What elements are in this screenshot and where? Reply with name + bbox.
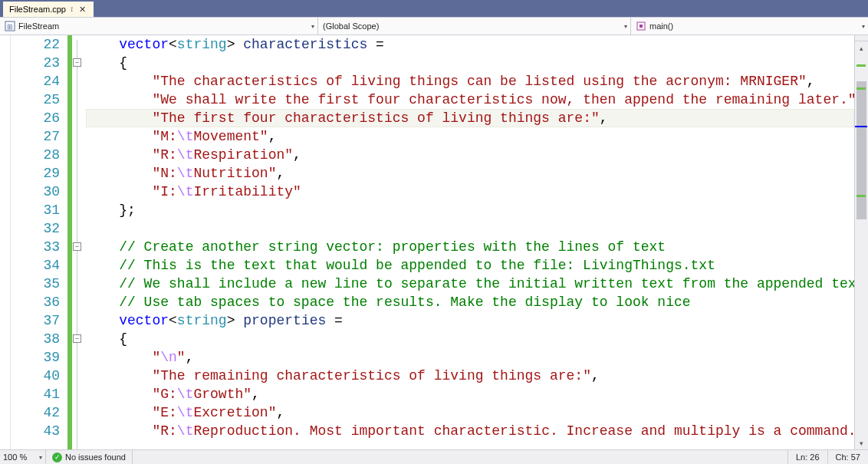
code-line[interactable]: "N:\tNutrition", [86,164,854,183]
line-number: 22 [11,35,60,54]
line-number: 38 [11,330,60,348]
line-number: 25 [11,90,60,109]
chevron-down-icon: ▾ [624,23,627,30]
code-line[interactable]: "\n", [86,348,854,367]
line-number: 28 [11,146,60,164]
line-number: 41 [11,385,60,403]
document-tab-bar: FileStream.cpp ⟟ ✕ [0,0,868,17]
column-indicator[interactable]: Ch: 57 [827,450,868,464]
check-circle-icon: ✓ [52,452,62,462]
line-number: 23 [11,54,60,72]
line-number: 36 [11,293,60,311]
issues-text: No issues found [65,452,126,462]
project-dropdown[interactable]: ⊞ FileStream ▾ [0,18,318,35]
line-number: 30 [11,183,60,201]
line-number: 27 [11,127,60,146]
code-line[interactable]: // Create another string vector: propert… [86,238,854,256]
chevron-down-icon: ▾ [39,454,42,461]
code-line[interactable]: "The characteristics of living things ca… [86,72,854,90]
code-line[interactable]: "We shall write the first four character… [86,90,854,109]
status-bar: 100 % ▾ ✓ No issues found Ln: 26 Ch: 57 [0,449,868,464]
code-line[interactable]: vector<string> characteristics = [86,35,854,54]
line-number: 24 [11,72,60,90]
code-line[interactable]: // This is the text that would be append… [86,256,854,275]
code-line[interactable]: "I:\tIrritability" [86,183,854,201]
chevron-down-icon: ▾ [311,23,314,30]
code-line[interactable]: // We shall include a new line to separa… [86,275,854,293]
code-line[interactable]: "R:\tRespiration", [86,146,854,164]
tab-title: FileStream.cpp [9,5,66,14]
pin-icon[interactable]: ⟟ [71,5,73,14]
line-number: 32 [11,219,60,238]
line-number: 31 [11,201,60,219]
svg-text:⊞: ⊞ [7,23,13,31]
line-number-gutter: 2223242526272829303132333435363738394041… [11,35,67,449]
code-line[interactable]: }; [86,201,854,219]
code-line[interactable]: vector<string> properties = [86,311,854,330]
document-tab[interactable]: FileStream.cpp ⟟ ✕ [3,2,94,17]
scroll-up-arrow[interactable]: ▴ [855,41,868,54]
line-number: 37 [11,311,60,330]
navigation-bar: ⊞ FileStream ▾ (Global Scope) ▾ main() ▾ [0,17,868,35]
code-line[interactable]: "G:\tGrowth", [86,385,854,403]
code-line[interactable]: "The remaining characteristics of living… [86,367,854,385]
code-line[interactable]: // Use tab spaces to space the results. … [86,293,854,311]
line-number: 34 [11,256,60,275]
project-label: FileStream [18,21,59,31]
line-number: 42 [11,403,60,422]
line-number: 40 [11,367,60,385]
code-surface[interactable]: vector<string> characteristics = { "The … [83,35,854,449]
code-line[interactable]: "R:\tReproduction. Most important charac… [86,422,854,440]
vertical-scrollbar[interactable]: ▴ ▾ [854,35,868,449]
scroll-thumb[interactable] [856,81,866,219]
close-icon[interactable]: ✕ [77,5,87,15]
outline-toggle[interactable]: − [73,334,81,343]
code-editor: 2223242526272829303132333435363738394041… [0,35,868,449]
scroll-down-arrow[interactable]: ▾ [855,436,868,449]
code-line[interactable]: "M:\tMovement", [86,127,854,146]
split-handle[interactable] [855,35,868,41]
scope-label: (Global Scope) [323,21,379,31]
zoom-dropdown[interactable]: 100 % ▾ [0,450,46,464]
zoom-value: 100 % [3,452,27,462]
line-number: 43 [11,422,60,440]
line-number: 29 [11,164,60,183]
outline-toggle[interactable]: − [73,242,81,251]
scope-dropdown[interactable]: (Global Scope) ▾ [318,18,631,35]
line-indicator[interactable]: Ln: 26 [787,450,827,464]
line-number: 26 [11,109,60,127]
member-label: main() [649,21,673,31]
member-dropdown[interactable]: main() ▾ [631,18,868,35]
chevron-down-icon: ▾ [862,23,865,30]
cpp-file-icon: ⊞ [5,21,15,31]
line-number: 39 [11,348,60,367]
outlining-margin: −−− [72,35,83,449]
code-line[interactable]: "E:\tExcretion", [86,403,854,422]
issues-indicator[interactable]: ✓ No issues found [46,450,133,464]
line-number: 35 [11,275,60,293]
code-line[interactable]: { [86,54,854,72]
line-number: 33 [11,238,60,256]
outline-toggle[interactable]: − [73,58,81,67]
code-line[interactable]: "The first four characteristics of livin… [86,109,854,127]
indicator-margin [0,35,11,449]
code-line[interactable] [86,219,854,238]
code-line[interactable]: { [86,330,854,348]
method-icon [636,21,646,31]
svg-rect-3 [639,25,643,28]
